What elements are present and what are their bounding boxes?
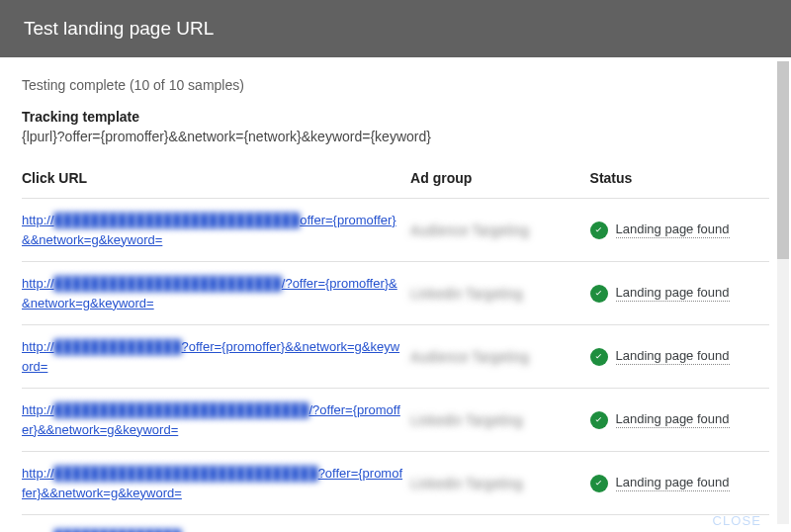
check-circle-icon [590, 475, 608, 492]
column-header-status: Status [590, 162, 769, 199]
status-cell: Landing page found [590, 389, 769, 452]
close-button[interactable]: CLOSE [712, 513, 761, 528]
table-row: http://██████████████?offer={promoffer}&… [22, 325, 769, 389]
click-url-link[interactable]: http://███████████████████████████offer=… [22, 213, 396, 247]
table-row: http://███████████████████████████offer=… [22, 199, 769, 262]
ad-group-cell: Linkedin Targeting [410, 262, 589, 325]
ad-group-cell: Linkedin Targeting [410, 515, 589, 533]
status-cell: Landing page found [590, 452, 769, 515]
status-text[interactable]: Landing page found [616, 348, 730, 365]
ad-group-cell: Audience Targeting [410, 199, 589, 262]
ad-group-value: Audience Targeting [410, 349, 529, 365]
url-prefix: http:// [22, 466, 54, 481]
ad-group-value: Linkedin Targeting [410, 476, 522, 491]
table-row: http://█████████████████████████/?offer=… [22, 262, 769, 325]
status-text[interactable]: Landing page found [616, 411, 730, 428]
url-redacted: ███████████████████████████ [54, 213, 301, 227]
url-prefix: http:// [22, 213, 54, 227]
ad-group-value: Audience Targeting [410, 222, 529, 238]
ad-group-value: Linkedin Targeting [410, 286, 522, 302]
tracking-template-value: {lpurl}?offer={promoffer}&&network={netw… [22, 129, 769, 144]
click-url-cell: http://█████████████████████████/?offer=… [22, 262, 410, 325]
click-url-link[interactable]: http://██████████████?offer={promoffer}&… [22, 339, 399, 374]
dialog-content: Testing complete (10 of 10 samples) Trac… [0, 57, 791, 532]
click-url-cell: http://████████████████████████████/?off… [22, 389, 410, 452]
test-landing-page-dialog: Test landing page URL Testing complete (… [0, 0, 791, 532]
check-circle-icon [590, 411, 608, 429]
results-table: Click URL Ad group Status http://███████… [22, 162, 769, 532]
check-circle-icon [590, 222, 608, 239]
ad-group-cell: Linkedin Targeting [410, 452, 589, 515]
status-text[interactable]: Landing page found [616, 222, 730, 238]
url-prefix: http:// [22, 402, 54, 417]
status-cell: Landing page found [590, 199, 769, 262]
url-redacted: ████████████████████████████ [54, 402, 309, 417]
click-url-link[interactable]: http://████████████████████████████/?off… [22, 402, 400, 437]
click-url-link[interactable]: http://█████████████████████████████?off… [22, 466, 402, 500]
check-circle-icon [590, 285, 608, 303]
tracking-template-label: Tracking template [22, 109, 769, 125]
url-prefix: http:// [22, 339, 54, 354]
click-url-link[interactable]: http://█████████████████████████/?offer=… [22, 276, 397, 310]
status-text[interactable]: Landing page found [616, 285, 730, 302]
status-cell: Landing page found [590, 262, 769, 325]
url-redacted: █████████████████████████████ [54, 466, 318, 481]
dialog-title: Test landing page URL [24, 18, 214, 39]
column-header-click-url: Click URL [22, 162, 410, 199]
click-url-cell: http://██████████████?offer={promoffer}&… [22, 515, 410, 533]
table-row: http://██████████████?offer={promoffer}&… [22, 515, 769, 533]
click-url-cell: http://██████████████?offer={promoffer}&… [22, 325, 410, 389]
check-circle-icon [590, 348, 608, 366]
ad-group-value: Linkedin Targeting [410, 412, 522, 428]
url-redacted: ██████████████ [54, 339, 182, 354]
table-row: http://████████████████████████████/?off… [22, 389, 769, 452]
scrollbar-thumb[interactable] [777, 61, 789, 259]
url-prefix: http:// [22, 276, 54, 291]
click-url-cell: http://█████████████████████████████?off… [22, 452, 410, 515]
ad-group-cell: Linkedin Targeting [410, 389, 589, 452]
ad-group-cell: Audience Targeting [410, 325, 589, 389]
testing-status-text: Testing complete (10 of 10 samples) [22, 77, 769, 93]
status-text[interactable]: Landing page found [616, 475, 730, 491]
dialog-header: Test landing page URL [0, 0, 791, 57]
table-row: http://█████████████████████████████?off… [22, 452, 769, 515]
url-redacted: █████████████████████████ [54, 276, 282, 291]
status-cell: Landing page found [590, 325, 769, 389]
column-header-ad-group: Ad group [410, 162, 589, 199]
click-url-cell: http://███████████████████████████offer=… [22, 199, 410, 262]
